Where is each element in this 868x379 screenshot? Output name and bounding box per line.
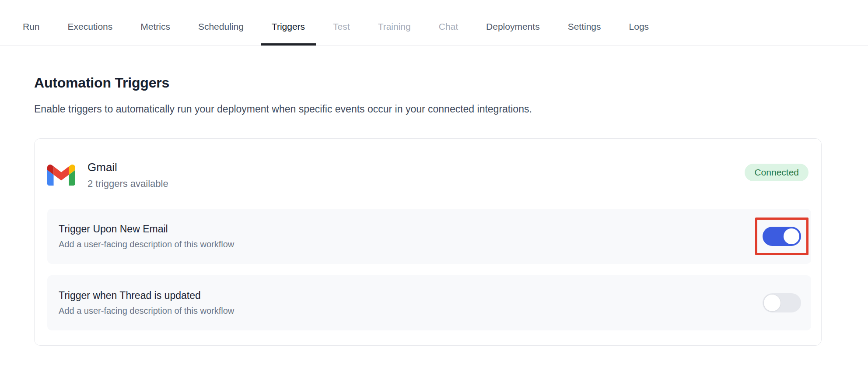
integration-subtitle: 2 triggers available (88, 178, 168, 190)
integration-titles: Gmail 2 triggers available (88, 161, 168, 190)
tab-triggers[interactable]: Triggers (261, 0, 316, 46)
trigger-description: Add a user-facing description of this wo… (59, 239, 234, 249)
trigger-toggle[interactable] (763, 227, 801, 246)
toggle-knob (764, 295, 780, 311)
page-title: Automation Triggers (34, 75, 834, 91)
integration-card-header: Gmail 2 triggers available Connected (47, 161, 811, 190)
trigger-title: Trigger Upon New Email (59, 223, 234, 235)
trigger-description: Add a user-facing description of this wo… (59, 306, 234, 316)
status-badge: Connected (745, 164, 808, 181)
tab-training: Training (367, 0, 422, 46)
trigger-list: Trigger Upon New EmailAdd a user-facing … (47, 209, 811, 330)
tab-executions[interactable]: Executions (57, 0, 124, 46)
page-description: Enable triggers to automatically run you… (34, 102, 834, 116)
tab-logs[interactable]: Logs (618, 0, 660, 46)
tab-metrics[interactable]: Metrics (130, 0, 181, 46)
gmail-icon (47, 165, 75, 186)
integration-card: Gmail 2 triggers available Connected Tri… (34, 138, 822, 346)
tab-bar: RunExecutionsMetricsSchedulingTriggersTe… (0, 0, 868, 46)
trigger-row: Trigger when Thread is updatedAdd a user… (47, 275, 811, 330)
integration-name: Gmail (88, 161, 168, 174)
trigger-row: Trigger Upon New EmailAdd a user-facing … (47, 209, 811, 264)
tab-test: Test (322, 0, 361, 46)
tab-scheduling[interactable]: Scheduling (187, 0, 255, 46)
triggers-page: Automation Triggers Enable triggers to a… (0, 75, 868, 346)
tab-settings[interactable]: Settings (557, 0, 612, 46)
trigger-text: Trigger when Thread is updatedAdd a user… (59, 290, 234, 316)
tab-chat: Chat (428, 0, 469, 46)
trigger-text: Trigger Upon New EmailAdd a user-facing … (59, 223, 234, 249)
trigger-title: Trigger when Thread is updated (59, 290, 234, 302)
toggle-knob (784, 228, 799, 244)
trigger-toggle[interactable] (763, 293, 801, 312)
highlight-annotation-box (755, 218, 808, 255)
tab-run[interactable]: Run (12, 0, 51, 46)
tab-deployments[interactable]: Deployments (475, 0, 551, 46)
